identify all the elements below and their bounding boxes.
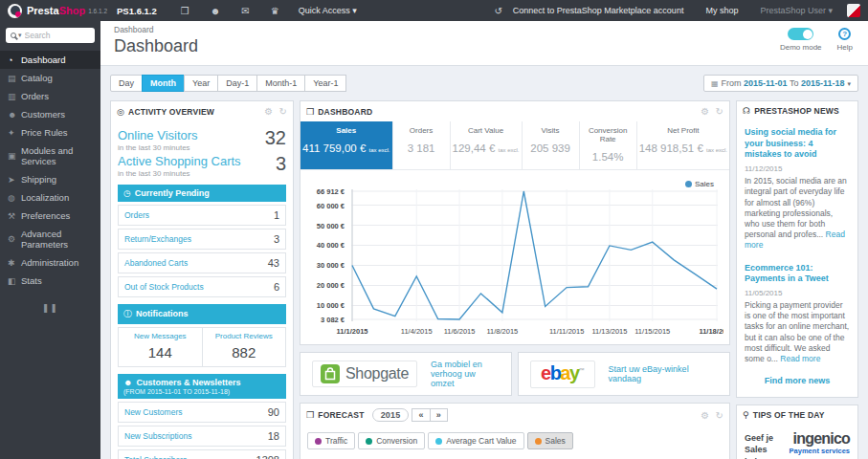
toggle-average-cart-value[interactable]: Average Cart Value bbox=[428, 432, 523, 449]
gear-icon[interactable]: ⚙ bbox=[264, 106, 273, 117]
abandoned-carts-value: 43 bbox=[268, 257, 279, 269]
gear-icon[interactable]: ⚙ bbox=[701, 106, 709, 117]
toggle-conversion[interactable]: Conversion bbox=[358, 432, 425, 449]
rss-icon: ☊ bbox=[743, 106, 750, 116]
sales-chart-plot[interactable] bbox=[351, 189, 718, 321]
active-carts-value: 3 bbox=[276, 154, 286, 173]
search-scope-caret-icon[interactable]: ▾ bbox=[18, 32, 22, 39]
lightbulb-icon: ⚲ bbox=[743, 410, 749, 420]
toggle-sales[interactable]: Sales bbox=[527, 432, 573, 449]
new-customers-value: 90 bbox=[268, 406, 279, 418]
sidebar-item-label: Shipping bbox=[21, 174, 56, 185]
sidebar-collapse-button[interactable]: ❚❚ bbox=[0, 303, 100, 313]
refresh-icon[interactable]: ↻ bbox=[715, 410, 723, 421]
marketplace-link[interactable]: Connect to PrestaShop Marketplace accoun… bbox=[513, 6, 684, 15]
total-subscribers-link[interactable]: Total Subscribers bbox=[124, 455, 187, 459]
returns-value: 3 bbox=[274, 233, 279, 245]
tab-month-1[interactable]: Month-1 bbox=[256, 75, 305, 92]
sidebar-item-administration[interactable]: ✱Administration bbox=[0, 253, 100, 272]
sidebar-item-orders[interactable]: ▥Orders bbox=[0, 87, 100, 105]
quick-access-menu[interactable]: Quick Access ▾ bbox=[299, 6, 357, 15]
trophy-icon[interactable]: ♛ bbox=[271, 6, 279, 16]
ebay-banner[interactable]: ebay™ Start uw eBay-winkel vandaag bbox=[518, 352, 730, 396]
forecast-year[interactable]: 2015 bbox=[372, 408, 410, 422]
tab-day-1[interactable]: Day-1 bbox=[217, 75, 257, 92]
sidebar-item-advanced-parameters[interactable]: ⚙Advanced Parameters bbox=[0, 225, 100, 253]
metric-sales[interactable]: Sales411 759,00 € tax excl. bbox=[300, 121, 393, 169]
calendar-icon: ▦ bbox=[711, 79, 719, 88]
news-headline-link[interactable]: Ecommerce 101: Payments in a Tweet bbox=[745, 263, 850, 285]
demo-mode-toggle[interactable] bbox=[788, 28, 813, 40]
news-headline-link[interactable]: Using social media for your business: 4 … bbox=[745, 127, 850, 161]
orders-link[interactable]: Orders bbox=[124, 210, 149, 220]
online-visitors-link[interactable]: Online Visitors bbox=[118, 128, 198, 142]
person-icon: ☻ bbox=[8, 110, 21, 120]
search-input[interactable] bbox=[25, 31, 90, 40]
new-customers-link[interactable]: New Customers bbox=[124, 407, 182, 417]
gauge-icon: ◔ bbox=[8, 55, 21, 65]
out-of-stock-link[interactable]: Out of Stock Products bbox=[124, 282, 204, 292]
online-visitors-row: Online Visitors in the last 30 minutes 3… bbox=[118, 128, 286, 152]
abandoned-carts-link[interactable]: Abandoned Carts bbox=[124, 258, 188, 268]
product-reviews-cell[interactable]: Product Reviews882 bbox=[202, 328, 286, 366]
user-avatar[interactable] bbox=[847, 4, 860, 17]
shopgate-link[interactable]: Ga mobiel en verhoog uw omzet bbox=[431, 360, 500, 388]
prestashop-logo[interactable] bbox=[8, 4, 22, 18]
cart-icon: ❒ bbox=[306, 107, 314, 117]
date-range-picker[interactable]: ▦From 2015-11-01 To 2015-11-18▾ bbox=[703, 75, 858, 92]
help-icon[interactable]: ? bbox=[838, 28, 851, 40]
active-carts-link[interactable]: Active Shopping Carts bbox=[118, 154, 241, 168]
news-excerpt: In 2015, social media are an integral pa… bbox=[745, 176, 850, 251]
find-more-news-link[interactable]: Find more news bbox=[745, 376, 850, 385]
breadcrumb[interactable]: Dashboard bbox=[114, 25, 855, 34]
shop-name-link[interactable]: PS1.6.1.2 bbox=[117, 6, 157, 16]
customers-newsletters-header: ☻Customers & Newsletters(FROM 2015-11-01… bbox=[118, 374, 286, 399]
sidebar-item-label: Stats bbox=[21, 275, 42, 286]
metric-conversion-rate[interactable]: Conversion Rate1.54% bbox=[580, 121, 637, 169]
tab-year-1[interactable]: Year-1 bbox=[304, 75, 346, 92]
user-menu[interactable]: PrestaShop User ▾ bbox=[760, 6, 833, 15]
brand-name[interactable]: PrestaShop bbox=[27, 5, 85, 16]
gear-icon[interactable]: ⚙ bbox=[701, 410, 709, 421]
sidebar-item-customers[interactable]: ☻Customers bbox=[0, 105, 100, 123]
forecast-legend: Traffic Conversion Average Cart Value Sa… bbox=[300, 426, 729, 459]
ingenico-logo: ingenico Payment services bbox=[781, 432, 850, 454]
tab-month[interactable]: Month bbox=[142, 75, 185, 92]
my-shop-link[interactable]: My shop bbox=[705, 6, 738, 15]
new-subscriptions-link[interactable]: New Subscriptions bbox=[124, 431, 191, 441]
returns-link[interactable]: Return/Exchanges bbox=[124, 234, 191, 244]
metric-net-profit[interactable]: Net Profit148 918,51 € tax excl. bbox=[637, 121, 729, 169]
chart-legend[interactable]: Sales bbox=[685, 180, 714, 188]
messages-icon[interactable]: ✉ bbox=[241, 6, 249, 16]
ebay-link[interactable]: Start uw eBay-winkel vandaag bbox=[609, 364, 718, 383]
metric-visits[interactable]: Visits205 939 bbox=[523, 121, 580, 169]
sidebar-item-shipping[interactable]: ➤Shipping bbox=[0, 170, 100, 188]
metric-orders[interactable]: Orders3 181 bbox=[393, 121, 451, 169]
metric-cart-value[interactable]: Cart Value129,44 € tax excl. bbox=[451, 121, 523, 169]
sidebar-item-dashboard[interactable]: ◔Dashboard bbox=[0, 51, 100, 69]
customers-icon[interactable]: ☻ bbox=[211, 6, 221, 16]
tab-year[interactable]: Year bbox=[184, 75, 218, 92]
forward-button[interactable]: » bbox=[430, 408, 448, 422]
refresh-icon[interactable]: ↻ bbox=[715, 106, 723, 117]
sidebar-item-label: Orders bbox=[21, 91, 49, 101]
sidebar-item-modules[interactable]: ▣Modules and Services bbox=[0, 142, 100, 170]
sidebar-item-localization[interactable]: ◍Localization bbox=[0, 188, 100, 207]
tab-day[interactable]: Day bbox=[110, 75, 143, 92]
sales-chart: Sales 66 912 €60 000 €50 000 €40 000 €30… bbox=[306, 178, 723, 342]
sidebar-search[interactable]: ▾ bbox=[6, 28, 95, 43]
sidebar-item-preferences[interactable]: ⚒Preferences bbox=[0, 207, 100, 225]
module-icon: ▣ bbox=[8, 151, 21, 161]
refresh-icon[interactable]: ↻ bbox=[278, 106, 287, 117]
sidebar-item-catalog[interactable]: ▤Catalog bbox=[0, 69, 100, 87]
toggle-traffic[interactable]: Traffic bbox=[307, 432, 355, 449]
sidebar-item-label: Administration bbox=[21, 257, 78, 268]
rewind-button[interactable]: « bbox=[412, 408, 430, 422]
cart-icon[interactable]: ❒ bbox=[181, 6, 189, 16]
new-messages-cell[interactable]: New Messages144 bbox=[119, 328, 202, 366]
sidebar-item-stats[interactable]: ◧Stats bbox=[0, 272, 100, 290]
shopgate-banner[interactable]: Shopgate Ga mobiel en verhoog uw omzet bbox=[300, 352, 512, 396]
legend-dot bbox=[685, 181, 692, 187]
read-more-link[interactable]: Read more bbox=[780, 354, 820, 363]
sidebar-item-price-rules[interactable]: ✦Price Rules bbox=[0, 123, 100, 142]
